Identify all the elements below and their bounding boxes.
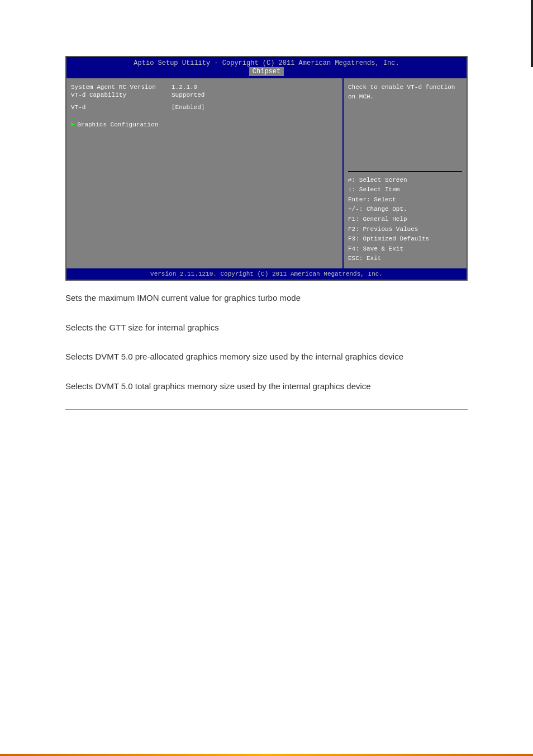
- bios-title: Aptio Setup Utility - Copyright (C) 2011…: [134, 59, 399, 67]
- menu-item-graphics-config[interactable]: ► Graphics Configuration: [71, 121, 338, 129]
- key-f3-defaults: F3: Optimized Defaults: [348, 234, 462, 244]
- field-value-system-agent-rc: 1.2.1.0: [172, 84, 197, 91]
- field-label-vtd-capability: VT-d Capability: [71, 92, 172, 98]
- bios-right-pane: Check to enable VT-d function on MCH. ⇄:…: [344, 78, 467, 268]
- desc-section-2: Selects the GTT size for internal graphi…: [65, 310, 468, 340]
- bios-main-area: System Agent RC Version 1.2.1.0 VT-d Cap…: [66, 78, 467, 268]
- bios-titlebar: Aptio Setup Utility - Copyright (C) 2011…: [66, 57, 467, 78]
- field-value-vtd-capability: Supported: [172, 92, 204, 98]
- bottom-divider: [65, 409, 468, 410]
- field-system-agent-rc: System Agent RC Version 1.2.1.0: [71, 84, 338, 91]
- field-vtd-capability: VT-d Capability Supported: [71, 92, 338, 98]
- key-f2-prev: F2: Previous Values: [348, 225, 462, 235]
- bios-left-pane: System Agent RC Version 1.2.1.0 VT-d Cap…: [66, 78, 344, 268]
- key-f1-help: F1: General Help: [348, 215, 462, 225]
- desc-text-2: Selects the GTT size for internal graphi…: [65, 322, 468, 334]
- desc-section-1: Sets the maximum IMON current value for …: [65, 281, 468, 310]
- arrow-icon: ►: [71, 121, 75, 129]
- key-select-screen: ⇄: Select Screen: [348, 176, 462, 186]
- field-label-vtd: VT-d: [71, 104, 172, 111]
- desc-text-1: Sets the maximum IMON current value for …: [65, 292, 468, 305]
- bios-footer: Version 2.11.1210. Copyright (C) 2011 Am…: [66, 268, 467, 280]
- field-value-vtd: [Enabled]: [172, 104, 204, 111]
- key-esc-exit: ESC: Exit: [348, 254, 462, 264]
- bios-window: Aptio Setup Utility - Copyright (C) 2011…: [65, 56, 468, 281]
- bottom-accent-line: [0, 754, 533, 756]
- key-f4-save: F4: Save & Exit: [348, 244, 462, 254]
- desc-text-3: Selects DVMT 5.0 pre-allocated graphics …: [65, 351, 468, 363]
- key-select-item: ↕: Select Item: [348, 185, 462, 195]
- field-label-system-agent-rc: System Agent RC Version: [71, 84, 172, 91]
- bios-help-text: Check to enable VT-d function on MCH.: [348, 83, 462, 101]
- field-vtd: VT-d [Enabled]: [71, 104, 338, 111]
- bios-tab-chipset[interactable]: Chipset: [249, 67, 284, 76]
- right-edge-bar: [531, 0, 533, 67]
- desc-section-4: Selects DVMT 5.0 total graphics memory s…: [65, 369, 468, 399]
- desc-section-3: Selects DVMT 5.0 pre-allocated graphics …: [65, 339, 468, 369]
- key-enter-select: Enter: Select: [348, 195, 462, 205]
- menu-item-graphics-label: Graphics Configuration: [77, 121, 158, 128]
- bios-key-help: ⇄: Select Screen ↕: Select Item Enter: S…: [348, 171, 462, 264]
- key-change-opt: +/-: Change Opt.: [348, 205, 462, 215]
- desc-text-4: Selects DVMT 5.0 total graphics memory s…: [65, 380, 468, 393]
